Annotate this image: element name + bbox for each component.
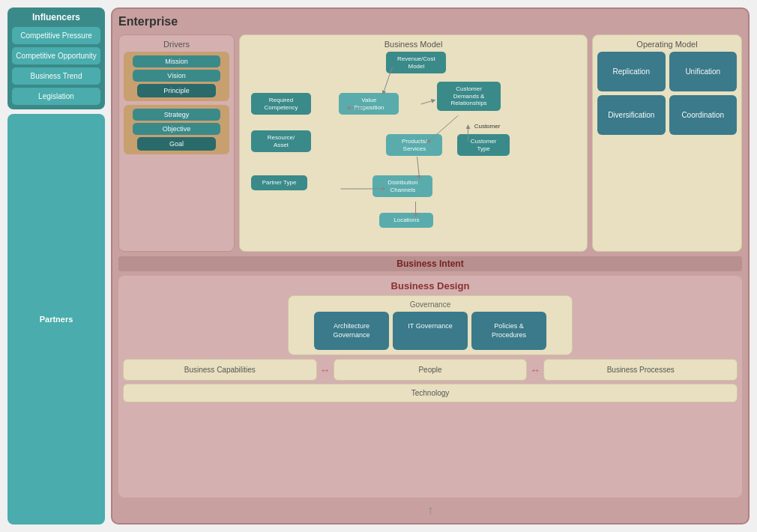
governance-wrapper: Governance ArchitectureGovernance IT Gov… <box>123 295 738 355</box>
gov-architecture: ArchitectureGovernance <box>314 312 389 350</box>
influencer-competitive-pressure[interactable]: Competitive Pressure <box>12 27 100 44</box>
bm-customer-demands: CustomerDemands &Relationships <box>437 82 501 111</box>
left-column: Influencers Competitive Pressure Competi… <box>7 7 105 525</box>
bm-locations: Locations <box>379 213 433 228</box>
operating-model-box: Operating Model Replication Unification … <box>592 34 742 252</box>
partners-box[interactable]: Partners <box>7 114 105 525</box>
bm-revenue-cost: Revenue/CostModel <box>386 52 446 73</box>
bottom-arrow: ↑ <box>118 504 742 517</box>
business-processes-label: Business Processes <box>607 366 675 374</box>
technology-box: Technology <box>123 384 738 402</box>
business-capabilities-label: Business Capabilities <box>184 366 256 374</box>
enterprise-area: Enterprise Drivers Mission Vision Princi… <box>111 7 750 525</box>
driver-principle: Principle <box>137 84 216 97</box>
capabilities-row: Business Capabilities ↔ People ↔ Busines… <box>123 359 738 381</box>
om-unification: Unification <box>669 52 738 91</box>
driver-mission: Mission <box>133 55 221 67</box>
governance-label: Governance <box>293 300 567 309</box>
technology-label: Technology <box>411 389 450 397</box>
bm-content: Revenue/CostModel RequiredCompetency Val… <box>244 52 582 247</box>
influencer-legislation[interactable]: Legislation <box>12 88 100 105</box>
partners-label: Partners <box>40 315 73 324</box>
driver-group-2: Strategy Objective Goal <box>124 105 229 154</box>
main-container: Influencers Competitive Pressure Competi… <box>0 0 757 532</box>
influencer-competitive-opportunity[interactable]: Competitive Opportunity <box>12 47 100 64</box>
governance-box: Governance ArchitectureGovernance IT Gov… <box>288 295 573 355</box>
driver-vision: Vision <box>133 70 221 82</box>
bm-value-proposition: ValueProposition <box>339 93 399 115</box>
bm-customer-type: CustomerType <box>457 134 510 156</box>
driver-group-1: Mission Vision Principle <box>124 52 229 101</box>
business-model-box: Business Model Revenue/CostModel Require… <box>239 34 588 252</box>
influencers-title: Influencers <box>12 12 100 22</box>
gov-it: IT Governance <box>393 312 468 350</box>
svg-line-4 <box>417 157 420 178</box>
bm-required-competency: RequiredCompetency <box>251 93 311 115</box>
bm-partner-type: Partner Type <box>251 175 307 190</box>
business-intent-label: Business Intent <box>396 259 463 269</box>
gov-grid: ArchitectureGovernance IT Governance Pol… <box>293 312 567 350</box>
business-intent-bar: Business Intent <box>118 256 742 271</box>
enterprise-title: Enterprise <box>118 15 742 28</box>
svg-line-2 <box>421 100 434 104</box>
bm-customer-label: Customer <box>474 123 501 130</box>
driver-strategy: Strategy <box>133 109 221 121</box>
arrow-left-right-2: ↔ <box>530 364 540 376</box>
om-replication: Replication <box>597 52 666 91</box>
driver-objective: Objective <box>133 123 221 135</box>
driver-goal: Goal <box>137 137 216 151</box>
cap-people: People <box>334 359 528 381</box>
bm-products-services: Products/Services <box>386 134 442 156</box>
business-model-label: Business Model <box>244 40 582 49</box>
influencers-box: Influencers Competitive Pressure Competi… <box>7 7 105 109</box>
people-label: People <box>418 366 441 374</box>
om-grid: Replication Unification Diversification … <box>597 52 737 135</box>
business-design-title: Business Design <box>123 280 738 291</box>
bm-distribution: DistributionChannels <box>373 175 432 197</box>
bm-resource-asset: Resource/Asset <box>251 130 311 152</box>
cap-business-processes: Business Processes <box>543 359 738 381</box>
om-diversification: Diversification <box>597 95 666 135</box>
business-design-area: Business Design Governance ArchitectureG… <box>118 276 742 498</box>
influencer-business-trend[interactable]: Business Trend <box>12 67 100 85</box>
cap-business-capabilities: Business Capabilities <box>123 359 317 381</box>
drivers-box: Drivers Mission Vision Principle Strateg… <box>118 34 235 252</box>
top-row: Drivers Mission Vision Principle Strateg… <box>118 34 742 252</box>
drivers-label: Drivers <box>124 40 229 49</box>
bottom-row: Business Capabilities ↔ People ↔ Busines… <box>123 359 738 402</box>
om-coordination: Coordination <box>669 95 738 135</box>
gov-policies: Policies &Procedures <box>471 312 546 350</box>
operating-model-label: Operating Model <box>597 40 737 49</box>
arrow-left-right-1: ↔ <box>320 364 331 376</box>
